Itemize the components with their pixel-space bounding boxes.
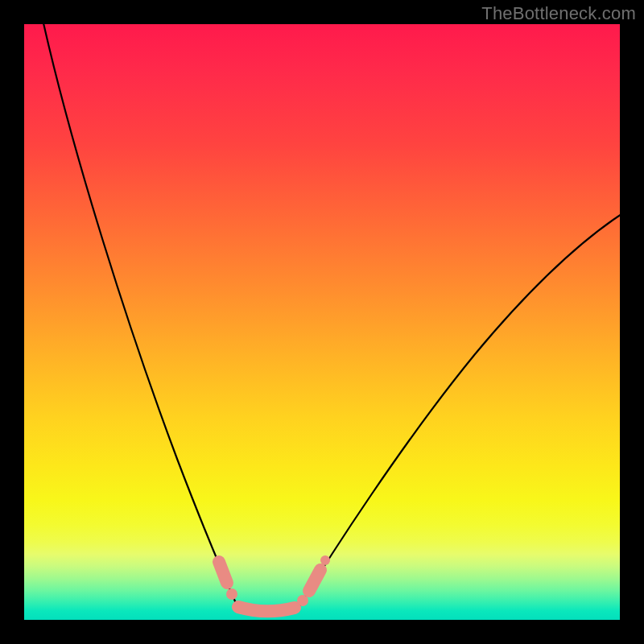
curve-left-arm xyxy=(42,24,238,609)
watermark-text: TheBottleneck.com xyxy=(481,3,636,24)
marker-seg-floor xyxy=(238,607,295,611)
plot-area xyxy=(24,24,620,620)
marker-seg-left-upper xyxy=(219,562,227,583)
marker-dot-right-top xyxy=(320,555,330,565)
marker-dot-left xyxy=(226,588,237,600)
valley-markers xyxy=(219,555,330,611)
curve-layer xyxy=(24,24,620,620)
curve-right-arm xyxy=(298,214,620,609)
outer-frame: TheBottleneck.com xyxy=(0,0,644,644)
marker-seg-right-upper xyxy=(309,570,320,591)
